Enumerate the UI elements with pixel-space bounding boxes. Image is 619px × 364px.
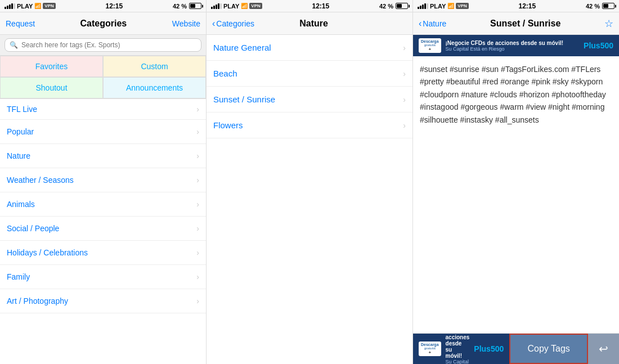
signal-bar [11, 3, 13, 9]
list-item-label: Popular [7, 127, 34, 136]
ad-main-text: ¡Negocie CFDs de acciones desde su móvil… [446, 40, 580, 46]
list-item[interactable]: Popular › [0, 120, 206, 144]
copy-tags-button[interactable]: Copy Tags [509, 334, 588, 364]
list-item-chevron: › [196, 248, 199, 257]
list-item-chevron: › [196, 224, 199, 233]
ad-plus-logo-b: + [428, 350, 431, 355]
nature-item[interactable]: Nature General › [207, 35, 412, 61]
signal-bar [7, 6, 8, 9]
list-item[interactable]: Social / People › [0, 217, 206, 241]
ad-text-bottom: ¡Negocie CFDs de acciones desde su móvil… [446, 322, 470, 364]
signal-bar [220, 3, 222, 9]
list-item-chevron: › [196, 296, 199, 305]
time-1: 12:15 [106, 2, 123, 10]
list-item-label: Animals [7, 200, 35, 209]
nav-bar-detail: ‹ Nature Sunset / Sunrise ☆ [413, 12, 619, 35]
status-left-3: PLAY 📶 VPN [418, 3, 469, 10]
sunset-sunrise-title: Sunset / Sunrise [490, 19, 560, 29]
battery-icon-3 [602, 3, 614, 9]
panel-categories: PLAY 📶 VPN 12:15 42 % Request Categories… [0, 0, 207, 364]
search-bar: 🔍 [0, 35, 206, 56]
back-to-nature-button[interactable]: ‹ Nature [419, 19, 446, 29]
signal-bar [5, 7, 6, 9]
battery-icon-1 [189, 3, 201, 9]
nature-item-label: Flowers [213, 120, 243, 130]
signal-bars-2 [211, 3, 222, 9]
list-item-label: Art / Photography [7, 296, 68, 305]
carrier-3: PLAY [430, 3, 446, 10]
search-input[interactable] [21, 41, 196, 49]
status-left-2: PLAY 📶 VPN [211, 3, 262, 10]
time-3: 12:15 [519, 2, 536, 10]
list-item-chevron: › [196, 176, 199, 185]
announcements-button[interactable]: Announcements [103, 77, 206, 98]
shoutout-button[interactable]: Shoutout [0, 77, 103, 98]
signal-bar [424, 3, 426, 9]
nature-item-chevron: › [403, 121, 406, 130]
ad-sub-text: Su Capital Está en Riesgo [446, 46, 580, 52]
signal-bar [427, 3, 428, 9]
battery-pct-2: 42 % [379, 3, 393, 10]
ad-plus-logo: + [428, 47, 431, 52]
list-item-chevron: › [196, 127, 199, 136]
nature-item[interactable]: Beach › [207, 61, 412, 87]
star-button[interactable]: ☆ [604, 17, 613, 30]
battery-pct-1: 42 % [173, 3, 187, 10]
search-wrap[interactable]: 🔍 [5, 38, 201, 52]
list-item-label: Family [7, 272, 30, 281]
status-bar-1: PLAY 📶 VPN 12:15 42 % [0, 0, 206, 12]
back-to-categories-button[interactable]: ‹ Categories [212, 19, 254, 29]
nature-item-chevron: › [403, 95, 406, 104]
tfl-live-row[interactable]: TFL Live › [0, 99, 206, 120]
search-icon: 🔍 [10, 41, 18, 49]
status-right-1: 42 % [173, 3, 201, 10]
list-item[interactable]: Holidays / Celebrations › [0, 241, 206, 265]
nature-item-chevron: › [403, 69, 406, 78]
signal-bar [9, 5, 11, 9]
signal-bar [14, 3, 15, 9]
signal-bar [213, 6, 215, 9]
favorites-button[interactable]: Favorites [0, 56, 103, 77]
custom-button[interactable]: Custom [103, 56, 206, 77]
list-item-label: Holidays / Celebrations [7, 248, 88, 257]
ad-brand: Plus500 [584, 41, 613, 50]
status-right-3: 42 % [586, 3, 614, 10]
bottom-bar: Descarga gratuita + ¡Negocie CFDs de acc… [413, 333, 619, 364]
website-button[interactable]: Website [172, 19, 200, 28]
tfl-live-label: TFL Live [7, 105, 37, 114]
request-button[interactable]: Request [6, 19, 35, 28]
signal-bars-3 [418, 3, 428, 9]
ad-logo-bottom: Descarga gratuita + [419, 341, 441, 356]
list-item-chevron: › [196, 151, 199, 160]
nav-bar-1: Request Categories Website [0, 12, 206, 35]
list-item[interactable]: Nature › [0, 144, 206, 168]
battery-icon-2 [396, 3, 408, 9]
list-item[interactable]: Art / Photography › [0, 289, 206, 313]
list-item-chevron: › [196, 272, 199, 281]
nature-item-label: Sunset / Sunrise [213, 95, 275, 104]
ad-banner-bottom: Descarga gratuita + ¡Negocie CFDs de acc… [413, 334, 509, 364]
status-bar-2: PLAY 📶 VPN 12:15 42 % [207, 0, 412, 12]
back-to-nature-label: Nature [423, 19, 446, 28]
nature-item-label: Nature General [213, 43, 271, 52]
carrier-2: PLAY [223, 3, 239, 10]
signal-bar [216, 5, 217, 9]
vpn-badge-3: VPN [456, 3, 468, 9]
back-arrow-button[interactable]: ↩ [588, 334, 619, 364]
nature-item[interactable]: Sunset / Sunrise › [207, 87, 412, 113]
list-item[interactable]: Family › [0, 265, 206, 289]
nature-item-chevron: › [403, 43, 406, 52]
list-item[interactable]: Animals › [0, 192, 206, 217]
list-item-label: Social / People [7, 224, 59, 233]
battery-pct-3: 42 % [586, 3, 600, 10]
nature-item[interactable]: Flowers › [207, 113, 412, 138]
list-item[interactable]: Weather / Seasons › [0, 168, 206, 192]
ad-banner-top: Descarga gratuita + ¡Negocie CFDs de acc… [413, 35, 619, 56]
categories-list: Popular › Nature › Weather / Seasons › A… [0, 120, 206, 364]
back-arrow-icon: ↩ [599, 342, 608, 356]
time-2: 12:15 [312, 2, 330, 10]
status-left-1: PLAY 📶 VPN [5, 3, 56, 10]
status-bar-3: PLAY 📶 VPN 12:15 42 % [413, 0, 619, 12]
ad-text: ¡Negocie CFDs de acciones desde su móvil… [446, 40, 580, 52]
ad-brand-b: Plus500 [474, 344, 504, 353]
